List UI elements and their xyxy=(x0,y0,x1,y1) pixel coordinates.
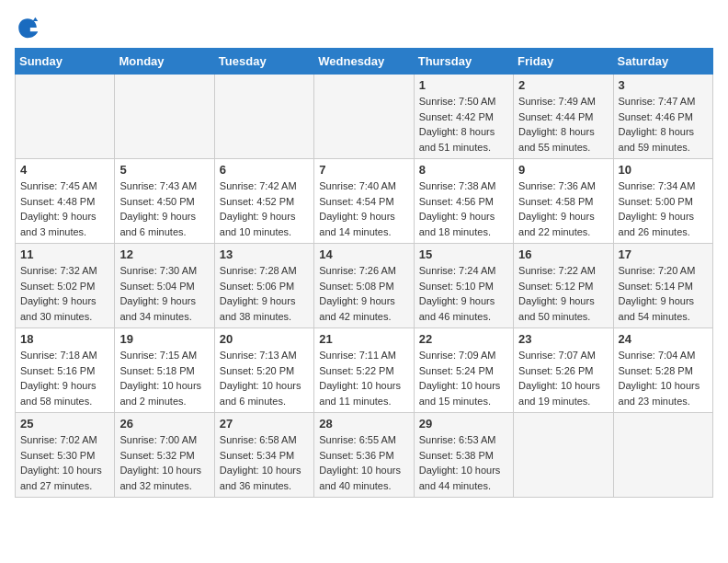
calendar-cell: 2Sunrise: 7:49 AM Sunset: 4:44 PM Daylig… xyxy=(514,75,613,159)
day-number: 6 xyxy=(220,163,309,177)
day-info: Sunrise: 7:24 AM Sunset: 5:10 PM Dayligh… xyxy=(419,263,508,324)
day-number: 19 xyxy=(119,332,209,346)
day-info: Sunrise: 7:50 AM Sunset: 4:42 PM Dayligh… xyxy=(419,94,508,155)
calendar-cell xyxy=(613,413,712,498)
day-number: 23 xyxy=(518,332,608,346)
day-number: 28 xyxy=(319,417,408,431)
calendar-cell: 12Sunrise: 7:30 AM Sunset: 5:04 PM Dayli… xyxy=(115,244,214,328)
calendar-cell: 26Sunrise: 7:00 AM Sunset: 5:32 PM Dayli… xyxy=(115,413,214,498)
calendar-cell: 9Sunrise: 7:36 AM Sunset: 4:58 PM Daylig… xyxy=(514,159,613,244)
calendar-cell: 24Sunrise: 7:04 AM Sunset: 5:28 PM Dayli… xyxy=(613,328,712,413)
day-number: 21 xyxy=(319,332,408,346)
day-number: 10 xyxy=(619,163,708,177)
calendar-cell: 15Sunrise: 7:24 AM Sunset: 5:10 PM Dayli… xyxy=(414,244,513,328)
day-info: Sunrise: 7:15 AM Sunset: 5:18 PM Dayligh… xyxy=(119,348,209,408)
weekday-header-sunday: Sunday xyxy=(16,49,115,75)
calendar-week-row: 1Sunrise: 7:50 AM Sunset: 4:42 PM Daylig… xyxy=(16,75,713,159)
day-number: 22 xyxy=(419,332,508,346)
calendar-cell: 3Sunrise: 7:47 AM Sunset: 4:46 PM Daylig… xyxy=(613,75,712,159)
day-number: 17 xyxy=(619,247,708,261)
weekday-header-monday: Monday xyxy=(115,49,214,75)
calendar-cell: 25Sunrise: 7:02 AM Sunset: 5:30 PM Dayli… xyxy=(16,413,115,498)
day-info: Sunrise: 6:53 AM Sunset: 5:38 PM Dayligh… xyxy=(419,432,508,493)
calendar-week-row: 25Sunrise: 7:02 AM Sunset: 5:30 PM Dayli… xyxy=(16,413,713,498)
calendar-week-row: 4Sunrise: 7:45 AM Sunset: 4:48 PM Daylig… xyxy=(16,159,713,244)
day-number: 29 xyxy=(419,417,508,431)
day-number: 15 xyxy=(419,247,508,261)
day-info: Sunrise: 7:09 AM Sunset: 5:24 PM Dayligh… xyxy=(419,348,508,408)
calendar-cell: 5Sunrise: 7:43 AM Sunset: 4:50 PM Daylig… xyxy=(115,159,214,244)
calendar-week-row: 18Sunrise: 7:18 AM Sunset: 5:16 PM Dayli… xyxy=(16,328,713,413)
calendar-cell xyxy=(514,413,613,498)
day-info: Sunrise: 7:28 AM Sunset: 5:06 PM Dayligh… xyxy=(220,263,309,324)
calendar-cell: 7Sunrise: 7:40 AM Sunset: 4:54 PM Daylig… xyxy=(314,159,414,244)
weekday-header-saturday: Saturday xyxy=(613,49,712,75)
calendar-cell: 11Sunrise: 7:32 AM Sunset: 5:02 PM Dayli… xyxy=(16,244,115,328)
day-info: Sunrise: 7:42 AM Sunset: 4:52 PM Dayligh… xyxy=(220,178,309,239)
day-info: Sunrise: 7:30 AM Sunset: 5:04 PM Dayligh… xyxy=(119,263,209,324)
day-number: 2 xyxy=(518,78,608,92)
day-number: 27 xyxy=(220,417,309,431)
day-info: Sunrise: 7:38 AM Sunset: 4:56 PM Dayligh… xyxy=(419,178,508,239)
calendar-cell: 1Sunrise: 7:50 AM Sunset: 4:42 PM Daylig… xyxy=(414,75,513,159)
day-info: Sunrise: 7:36 AM Sunset: 4:58 PM Dayligh… xyxy=(518,178,608,239)
weekday-header-friday: Friday xyxy=(514,49,613,75)
day-number: 3 xyxy=(619,78,708,92)
day-number: 20 xyxy=(220,332,309,346)
calendar-cell: 6Sunrise: 7:42 AM Sunset: 4:52 PM Daylig… xyxy=(214,159,313,244)
day-number: 9 xyxy=(518,163,608,177)
calendar-cell: 13Sunrise: 7:28 AM Sunset: 5:06 PM Dayli… xyxy=(214,244,313,328)
day-info: Sunrise: 7:47 AM Sunset: 4:46 PM Dayligh… xyxy=(619,94,708,155)
calendar-cell: 17Sunrise: 7:20 AM Sunset: 5:14 PM Dayli… xyxy=(613,244,712,328)
day-number: 5 xyxy=(119,163,209,177)
calendar-cell: 29Sunrise: 6:53 AM Sunset: 5:38 PM Dayli… xyxy=(414,413,513,498)
calendar-cell: 10Sunrise: 7:34 AM Sunset: 5:00 PM Dayli… xyxy=(613,159,712,244)
calendar-cell xyxy=(16,75,115,159)
svg-marker-1 xyxy=(33,17,39,21)
day-number: 25 xyxy=(20,417,109,431)
calendar-week-row: 11Sunrise: 7:32 AM Sunset: 5:02 PM Dayli… xyxy=(16,244,713,328)
page-header xyxy=(15,15,713,40)
day-info: Sunrise: 7:07 AM Sunset: 5:26 PM Dayligh… xyxy=(518,348,608,408)
day-number: 4 xyxy=(20,163,109,177)
day-info: Sunrise: 6:55 AM Sunset: 5:36 PM Dayligh… xyxy=(319,432,408,493)
day-info: Sunrise: 7:45 AM Sunset: 4:48 PM Dayligh… xyxy=(20,178,109,239)
day-info: Sunrise: 6:58 AM Sunset: 5:34 PM Dayligh… xyxy=(220,432,309,493)
day-info: Sunrise: 7:11 AM Sunset: 5:22 PM Dayligh… xyxy=(319,348,408,408)
day-info: Sunrise: 7:49 AM Sunset: 4:44 PM Dayligh… xyxy=(518,94,608,155)
calendar-cell: 19Sunrise: 7:15 AM Sunset: 5:18 PM Dayli… xyxy=(115,328,214,413)
day-number: 12 xyxy=(119,247,209,261)
day-info: Sunrise: 7:26 AM Sunset: 5:08 PM Dayligh… xyxy=(319,263,408,324)
calendar-table: SundayMondayTuesdayWednesdayThursdayFrid… xyxy=(15,48,713,498)
day-info: Sunrise: 7:04 AM Sunset: 5:28 PM Dayligh… xyxy=(619,348,708,408)
day-number: 7 xyxy=(319,163,408,177)
day-number: 13 xyxy=(220,247,309,261)
day-info: Sunrise: 7:13 AM Sunset: 5:20 PM Dayligh… xyxy=(220,348,309,408)
day-number: 1 xyxy=(419,78,508,92)
day-info: Sunrise: 7:18 AM Sunset: 5:16 PM Dayligh… xyxy=(20,348,109,408)
calendar-cell xyxy=(115,75,214,159)
calendar-cell xyxy=(314,75,414,159)
day-number: 26 xyxy=(119,417,209,431)
calendar-cell: 23Sunrise: 7:07 AM Sunset: 5:26 PM Dayli… xyxy=(514,328,613,413)
calendar-cell: 21Sunrise: 7:11 AM Sunset: 5:22 PM Dayli… xyxy=(314,328,414,413)
day-info: Sunrise: 7:43 AM Sunset: 4:50 PM Dayligh… xyxy=(119,178,209,239)
calendar-cell: 4Sunrise: 7:45 AM Sunset: 4:48 PM Daylig… xyxy=(16,159,115,244)
logo xyxy=(15,15,44,40)
calendar-cell: 22Sunrise: 7:09 AM Sunset: 5:24 PM Dayli… xyxy=(414,328,513,413)
day-info: Sunrise: 7:32 AM Sunset: 5:02 PM Dayligh… xyxy=(20,263,109,324)
day-number: 11 xyxy=(20,247,109,261)
day-info: Sunrise: 7:22 AM Sunset: 5:12 PM Dayligh… xyxy=(518,263,608,324)
logo-icon xyxy=(15,15,40,40)
calendar-cell: 18Sunrise: 7:18 AM Sunset: 5:16 PM Dayli… xyxy=(16,328,115,413)
weekday-header-thursday: Thursday xyxy=(414,49,513,75)
day-number: 8 xyxy=(419,163,508,177)
calendar-cell: 28Sunrise: 6:55 AM Sunset: 5:36 PM Dayli… xyxy=(314,413,414,498)
day-number: 24 xyxy=(619,332,708,346)
weekday-header-tuesday: Tuesday xyxy=(214,49,313,75)
day-info: Sunrise: 7:02 AM Sunset: 5:30 PM Dayligh… xyxy=(20,432,109,493)
calendar-cell: 8Sunrise: 7:38 AM Sunset: 4:56 PM Daylig… xyxy=(414,159,513,244)
calendar-cell: 20Sunrise: 7:13 AM Sunset: 5:20 PM Dayli… xyxy=(214,328,313,413)
calendar-cell: 16Sunrise: 7:22 AM Sunset: 5:12 PM Dayli… xyxy=(514,244,613,328)
day-number: 18 xyxy=(20,332,109,346)
